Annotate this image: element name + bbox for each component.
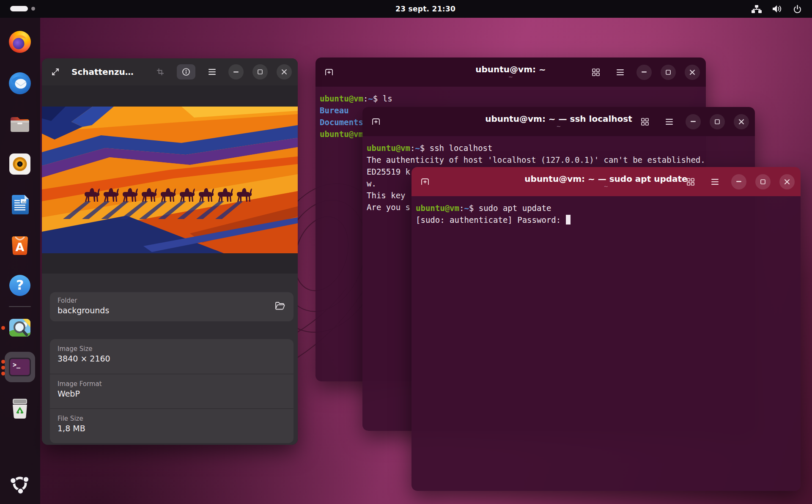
info-icon (182, 68, 190, 76)
terminal-2-titlebar[interactable]: ubuntu@vm: ~ — ssh localhost~ (362, 107, 755, 136)
image-size-label: Image Size (58, 345, 286, 353)
dock-item-files[interactable] (5, 108, 35, 139)
dock-item-thunderbird[interactable] (5, 68, 35, 98)
minimize-button[interactable] (731, 174, 746, 189)
hamburger-icon (666, 119, 673, 125)
thunderbird-icon (8, 71, 32, 95)
terminal-icon: >_ (8, 357, 32, 377)
folder-open-icon[interactable] (275, 301, 285, 310)
dock-separator (9, 306, 31, 307)
trash-icon (9, 397, 30, 420)
app-center-icon: A (9, 233, 31, 256)
terminal-cursor (566, 215, 571, 225)
svg-text:?: ? (16, 277, 24, 293)
detail-row-file-size: File Size 1,8 MB (50, 408, 294, 443)
minimize-button[interactable] (636, 65, 652, 80)
workspace-indicator-secondary[interactable] (31, 7, 35, 11)
minimize-button[interactable] (228, 64, 244, 79)
dock-item-rhythmbox[interactable] (5, 149, 35, 179)
new-tab-icon (324, 68, 334, 77)
file-size-label: File Size (58, 415, 286, 422)
ubuntu-logo-icon (9, 473, 30, 494)
tab-overview-button[interactable] (588, 65, 604, 80)
image-viewer-running-dot (1, 326, 5, 330)
close-button[interactable] (685, 65, 700, 80)
image-format-label: Image Format (58, 380, 286, 388)
maximize-button[interactable] (710, 114, 725, 129)
close-icon (785, 179, 790, 184)
terminal-line: The authenticity of host 'localhost (127… (367, 154, 751, 166)
minimize-button[interactable] (686, 114, 701, 129)
menu-button[interactable] (612, 65, 628, 80)
minimize-icon (642, 71, 647, 73)
power-icon (792, 4, 803, 14)
menu-button[interactable] (204, 64, 219, 79)
svg-text:>_: >_ (13, 361, 21, 369)
minimize-icon (736, 181, 741, 182)
dock-item-firefox[interactable] (5, 27, 35, 57)
image-viewer-titlebar[interactable]: Schattenzu… (42, 58, 298, 85)
image-viewer-window: Schattenzu… (42, 58, 298, 445)
maximize-button[interactable] (661, 65, 676, 80)
info-button[interactable] (177, 64, 195, 79)
dock-item-app-center[interactable]: A (5, 230, 35, 260)
network-wired-icon (751, 4, 762, 14)
terminal-line: ubuntu@vm:~$ ssh localhost (367, 142, 751, 154)
dock-item-show-apps[interactable] (5, 468, 35, 499)
new-tab-button[interactable] (321, 65, 337, 80)
dock-item-help[interactable]: ? (5, 270, 35, 301)
firefox-icon (8, 30, 32, 54)
menu-button[interactable] (661, 114, 677, 129)
dock-item-libreoffice-writer[interactable] (5, 189, 35, 220)
terminal-window-sudo: ubuntu@vm: ~ — sudo apt update~ ubuntu@v… (411, 167, 801, 491)
menu-button[interactable] (707, 174, 722, 189)
hamburger-icon (208, 69, 216, 75)
terminal-running-dot-3 (1, 372, 5, 375)
maximize-icon (760, 179, 765, 184)
crop-button[interactable] (153, 64, 168, 79)
new-tab-button[interactable] (368, 114, 384, 129)
image-details-card: Image Size 3840 × 2160 Image Format WebP… (50, 339, 294, 443)
dock-item-trash[interactable] (5, 393, 35, 424)
terminal-3-content[interactable]: ubuntu@vm:~$ sudo apt update[sudo: authe… (411, 196, 801, 491)
terminal-line: ubuntu@vm:~$ ls (320, 93, 702, 104)
image-size-value: 3840 × 2160 (58, 354, 286, 363)
terminal-line: [sudo: authenticate] Password: (416, 214, 796, 226)
tab-overview-button[interactable] (683, 174, 698, 189)
close-icon (282, 69, 287, 74)
volume-icon (771, 4, 782, 14)
tab-overview-button[interactable] (637, 114, 653, 129)
close-button[interactable] (277, 64, 292, 79)
dock-item-terminal[interactable]: >_ (5, 352, 35, 382)
image-format-value: WebP (58, 389, 286, 398)
grid-icon (687, 178, 694, 186)
new-tab-icon (371, 117, 381, 126)
close-button[interactable] (734, 114, 749, 129)
minimize-icon (233, 71, 239, 73)
maximize-button[interactable] (755, 174, 771, 189)
close-icon (690, 70, 695, 75)
image-viewer-icon (8, 318, 31, 337)
clock[interactable]: 23 sept. 21:30 (395, 0, 455, 18)
maximize-icon (258, 69, 263, 74)
fullscreen-button[interactable] (48, 64, 63, 79)
detail-row-image-size: Image Size 3840 × 2160 (50, 339, 294, 374)
libreoffice-writer-icon (9, 193, 30, 216)
terminal-3-titlebar[interactable]: ubuntu@vm: ~ — sudo apt update~ (411, 167, 801, 196)
system-status-area[interactable] (751, 0, 803, 18)
folder-label: Folder (58, 297, 286, 304)
dock: A ? (0, 18, 40, 504)
workspace-indicator-active[interactable] (10, 6, 28, 11)
dock-item-image-viewer[interactable] (5, 312, 35, 343)
desktop: 23 sept. 21:30 (0, 0, 812, 504)
close-button[interactable] (779, 174, 795, 189)
rhythmbox-icon (8, 153, 31, 175)
folder-row[interactable]: Folder backgrounds (50, 292, 294, 321)
maximize-icon (715, 119, 720, 124)
terminal-1-titlebar[interactable]: ubuntu@vm: ~~ (315, 58, 706, 87)
files-icon (8, 112, 32, 134)
maximize-button[interactable] (252, 64, 268, 79)
new-tab-button[interactable] (417, 174, 433, 189)
viewed-image-camel-caravan[interactable] (42, 107, 298, 253)
terminal-running-dot-2 (1, 366, 5, 370)
